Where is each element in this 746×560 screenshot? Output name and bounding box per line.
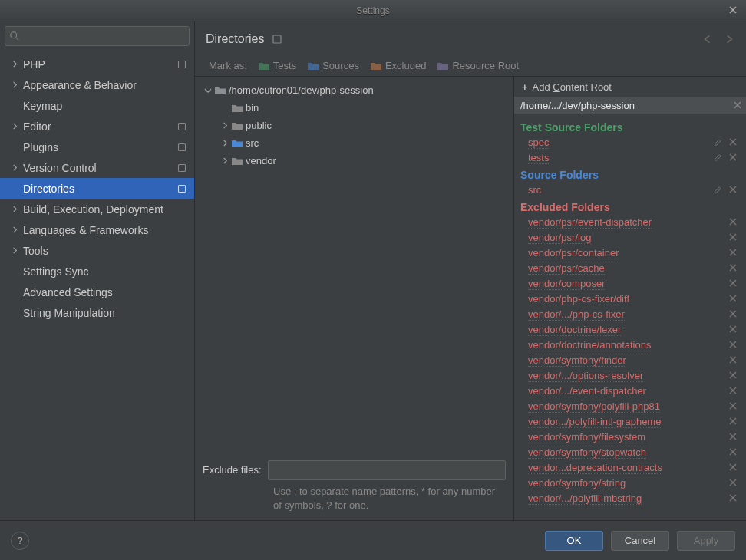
- folder-entry[interactable]: vendor/psr/cache: [520, 261, 741, 276]
- remove-root-icon[interactable]: [734, 101, 741, 109]
- sidebar-item-appearance-behavior[interactable]: Appearance & Behavior: [0, 74, 194, 95]
- chevron-right-icon[interactable]: [9, 245, 20, 256]
- folder-entry[interactable]: tests: [520, 150, 741, 166]
- remove-icon[interactable]: [729, 341, 738, 350]
- folder-entry[interactable]: spec: [520, 135, 741, 150]
- forward-icon[interactable]: [723, 33, 735, 45]
- chevron-right-icon[interactable]: [9, 163, 20, 173]
- chevron-right-icon[interactable]: [220, 157, 230, 164]
- sidebar-item-advanced-settings[interactable]: Advanced Settings: [0, 282, 194, 302]
- remove-icon[interactable]: [729, 463, 738, 473]
- sidebar-item-directories[interactable]: Directories: [0, 178, 194, 199]
- help-button[interactable]: ?: [11, 532, 29, 550]
- remove-icon[interactable]: [729, 153, 738, 163]
- sidebar-item-settings-sync[interactable]: Settings Sync: [0, 261, 194, 282]
- exclude-files-input[interactable]: [268, 460, 506, 480]
- chevron-right-icon[interactable]: [220, 140, 230, 147]
- tree-row[interactable]: public: [203, 117, 509, 134]
- remove-icon[interactable]: [729, 138, 738, 147]
- apply-button[interactable]: Apply: [677, 531, 735, 551]
- tree-row[interactable]: src: [203, 134, 509, 152]
- remove-icon[interactable]: [729, 356, 738, 365]
- remove-icon[interactable]: [729, 371, 738, 380]
- sidebar-item-string-manipulation[interactable]: String Manipulation: [0, 302, 194, 323]
- folder-entry[interactable]: vendor/symfony/string: [520, 476, 741, 491]
- remove-icon[interactable]: [729, 494, 738, 503]
- folder-entry[interactable]: vendor/psr/log: [520, 230, 741, 245]
- exclude-files-label: Exclude files:: [203, 464, 262, 476]
- remove-icon[interactable]: [729, 387, 738, 396]
- tree-row[interactable]: /home/cutron01/dev/php-session: [203, 81, 509, 99]
- folder-entry[interactable]: vendor/.../php-cs-fixer: [520, 307, 741, 322]
- close-icon[interactable]: [726, 3, 740, 17]
- remove-icon[interactable]: [729, 325, 738, 334]
- tree-row[interactable]: bin: [203, 99, 509, 117]
- remove-icon[interactable]: [729, 264, 738, 273]
- remove-icon[interactable]: [729, 186, 738, 195]
- search-icon: [9, 31, 20, 41]
- tree-row[interactable]: vendor: [203, 152, 509, 170]
- folder-entry[interactable]: vendor/composer: [520, 276, 741, 292]
- folder-entry[interactable]: vendor/php-cs-fixer/diff: [520, 292, 741, 307]
- sidebar-item-editor[interactable]: Editor: [0, 116, 194, 137]
- chevron-right-icon[interactable]: [9, 225, 20, 236]
- folder-entry[interactable]: vendor/psr/event-dispatcher: [520, 215, 741, 230]
- folder-entry[interactable]: vendor/.../options-resolver: [520, 368, 741, 384]
- add-content-root-button[interactable]: + Add Content Root: [514, 77, 746, 97]
- sidebar-item-keymap[interactable]: Keymap: [0, 95, 194, 116]
- folder-entry[interactable]: vendor/.../event-dispatcher: [520, 384, 741, 399]
- cancel-button[interactable]: Cancel: [611, 531, 669, 551]
- sidebar-item-build-execution-deployment[interactable]: Build, Execution, Deployment: [0, 199, 194, 219]
- remove-icon[interactable]: [729, 218, 738, 227]
- folder-entry[interactable]: vendor/doctrine/lexer: [520, 322, 741, 338]
- remove-icon[interactable]: [729, 249, 738, 258]
- mark-as-option[interactable]: Tests: [258, 60, 296, 71]
- sidebar-item-php[interactable]: PHP: [0, 54, 194, 74]
- folder-entry[interactable]: src: [520, 183, 741, 198]
- chevron-right-icon[interactable]: [9, 204, 20, 215]
- sidebar-item-languages-frameworks[interactable]: Languages & Frameworks: [0, 219, 194, 240]
- folder-entry[interactable]: vendor/symfony/stopwatch: [520, 445, 741, 460]
- remove-icon[interactable]: [729, 402, 738, 411]
- remove-icon[interactable]: [729, 279, 738, 288]
- remove-icon[interactable]: [729, 448, 738, 457]
- content-root-path[interactable]: /home/.../dev/php-session: [514, 97, 746, 114]
- folder-entry[interactable]: vendor...deprecation-contracts: [520, 460, 741, 476]
- folder-entry[interactable]: vendor/doctrine/annotations: [520, 338, 741, 353]
- mark-as-option[interactable]: Resource Root: [437, 60, 519, 71]
- window-title: Settings: [356, 5, 389, 16]
- remove-icon[interactable]: [729, 310, 738, 319]
- folder-section-heading: Source Folders: [520, 166, 741, 183]
- chevron-right-icon[interactable]: [220, 122, 230, 129]
- back-icon[interactable]: [701, 33, 714, 45]
- reset-icon[interactable]: [272, 34, 282, 44]
- sidebar-item-plugins[interactable]: Plugins: [0, 137, 194, 157]
- folder-entry[interactable]: vendor/.../polyfill-mbstring: [520, 491, 741, 506]
- sidebar-item-version-control[interactable]: Version Control: [0, 157, 194, 178]
- chevron-right-icon[interactable]: [9, 121, 20, 132]
- folder-entry[interactable]: vendor/symfony/finder: [520, 353, 741, 368]
- chevron-right-icon[interactable]: [9, 59, 20, 70]
- chevron-down-icon[interactable]: [203, 87, 213, 94]
- folder-entry[interactable]: vendor/symfony/filesystem: [520, 430, 741, 445]
- pencil-icon[interactable]: [714, 186, 723, 195]
- folder-entry-name: vendor/.../polyfill-mbstring: [528, 492, 642, 505]
- mark-as-option[interactable]: Sources: [307, 60, 359, 71]
- folder-entry[interactable]: vendor/psr/container: [520, 245, 741, 261]
- pencil-icon[interactable]: [714, 138, 723, 147]
- remove-icon[interactable]: [729, 433, 738, 442]
- search-input[interactable]: [5, 26, 190, 46]
- folder-entry[interactable]: vendor.../polyfill-intl-grapheme: [520, 414, 741, 430]
- remove-icon[interactable]: [729, 295, 738, 304]
- directory-tree[interactable]: /home/cutron01/dev/php-session binpublic…: [195, 77, 513, 456]
- chevron-right-icon[interactable]: [9, 80, 20, 91]
- folder-entry[interactable]: vendor/symfony/polyfill-php81: [520, 399, 741, 414]
- remove-icon[interactable]: [729, 479, 738, 488]
- pencil-icon[interactable]: [714, 153, 723, 163]
- remove-icon[interactable]: [729, 417, 738, 427]
- ok-button[interactable]: OK: [545, 531, 603, 551]
- titlebar: Settings: [0, 0, 746, 21]
- remove-icon[interactable]: [729, 233, 738, 242]
- sidebar-item-tools[interactable]: Tools: [0, 240, 194, 261]
- mark-as-option[interactable]: Excluded: [370, 60, 426, 71]
